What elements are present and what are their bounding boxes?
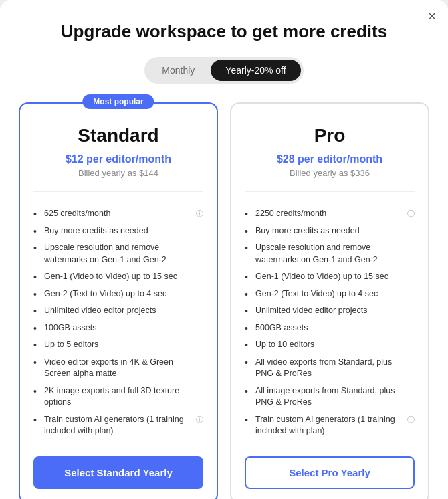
list-item: Unlimited video editor projects [245, 302, 415, 320]
list-item: Unlimited video editor projects [33, 302, 203, 320]
list-item: Gen-2 (Text to Video) up to 4 sec [245, 286, 415, 303]
list-item: 500GB assets [245, 320, 415, 337]
modal-title: Upgrade workspace to get more credits [19, 21, 429, 42]
list-item: Gen-2 (Text to Video) up to 4 sec [33, 286, 203, 303]
info-icon: ⓘ [196, 415, 203, 425]
most-popular-badge: Most popular [82, 94, 154, 109]
standard-features-list: 625 credits/monthⓘ Buy more credits as n… [33, 205, 203, 440]
list-item: Upscale resolution and remove watermarks… [33, 239, 203, 268]
upgrade-modal: × Upgrade workspace to get more credits … [0, 0, 448, 499]
info-icon: ⓘ [407, 209, 415, 219]
pro-plan-price: $28 per editor/month [245, 153, 415, 165]
standard-divider [33, 191, 203, 192]
yearly-toggle[interactable]: Yearly-20% off [211, 60, 300, 81]
standard-plan-price: $12 per editor/month [33, 153, 203, 165]
info-icon: ⓘ [407, 415, 415, 425]
monthly-toggle[interactable]: Monthly [147, 60, 209, 81]
plans-container: Most popular Standard $12 per editor/mon… [19, 102, 429, 499]
pro-features-list: 2250 credits/monthⓘ Buy more credits as … [245, 205, 415, 440]
list-item: Buy more credits as needed [245, 223, 415, 240]
list-item: All video exports from Standard, plus PN… [245, 354, 415, 383]
standard-plan-billed: Billed yearly as $144 [33, 168, 203, 178]
list-item: Buy more credits as needed [33, 223, 203, 240]
pro-plan-name: Pro [245, 125, 415, 146]
close-button[interactable]: × [428, 9, 436, 23]
list-item: 100GB assets [33, 320, 203, 337]
billing-toggle-row: Monthly Yearly-20% off [19, 57, 429, 84]
list-item: Upscale resolution and remove watermarks… [245, 239, 415, 268]
billing-toggle: Monthly Yearly-20% off [144, 57, 303, 84]
list-item: 625 credits/monthⓘ [33, 205, 203, 223]
list-item: All image exports from Standard, plus PN… [245, 383, 415, 411]
list-item: Up to 10 editors [245, 336, 415, 354]
list-item: 2K image exports and full 3D texture opt… [33, 383, 203, 411]
list-item: Up to 5 editors [33, 336, 203, 354]
list-item: Train custom AI generators (1 training i… [33, 411, 203, 440]
standard-plan-card: Most popular Standard $12 per editor/mon… [19, 102, 218, 499]
pro-plan-billed: Billed yearly as $336 [245, 168, 415, 178]
list-item: Gen-1 (Video to Video) up to 15 sec [245, 268, 415, 286]
list-item: Gen-1 (Video to Video) up to 15 sec [33, 268, 203, 286]
pro-plan-card: Pro $28 per editor/month Billed yearly a… [230, 102, 429, 499]
list-item: Video editor exports in 4K & Green Scree… [33, 354, 203, 383]
pro-divider [245, 191, 415, 192]
select-pro-button[interactable]: Select Pro Yearly [245, 456, 415, 489]
info-icon: ⓘ [196, 209, 203, 219]
list-item: Train custom AI generators (1 training i… [245, 411, 415, 440]
standard-plan-name: Standard [33, 125, 203, 146]
list-item: 2250 credits/monthⓘ [245, 205, 415, 223]
select-standard-button[interactable]: Select Standard Yearly [33, 456, 203, 489]
